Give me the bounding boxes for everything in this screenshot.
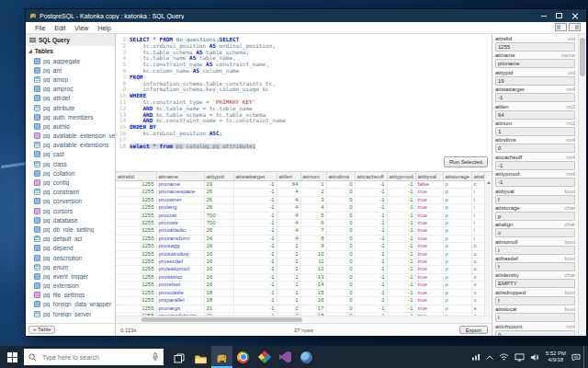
grid-cell[interactable]: p (443, 266, 471, 273)
grid-cell[interactable]: 1 (277, 266, 300, 273)
sidebar-item-sql-query[interactable]: SQL Query (26, 34, 115, 46)
grid-col-atttypid[interactable]: atttypid (204, 172, 233, 181)
grid-cell[interactable]: 26 (204, 196, 233, 203)
grid-cell[interactable]: proowner (156, 196, 204, 203)
grid-cell[interactable]: 18 (204, 289, 233, 296)
table-row[interactable]: 1255proiswindow16-11100-1-1truepctrue (116, 250, 492, 258)
grid-cell[interactable]: -1 (387, 189, 415, 196)
grid-cell[interactable]: p (443, 181, 471, 189)
grid-cell[interactable]: 6 (300, 220, 326, 227)
grid-cell[interactable]: 1 (277, 289, 300, 296)
field-value[interactable]: f (495, 296, 575, 305)
table-row[interactable]: 1255proretset16-11140-1-1truepctrue (116, 282, 492, 289)
grid-cell[interactable]: proleakproof (156, 266, 204, 273)
editor-line[interactable]: 14 AND kc.constraint_name = tc.constrain… (116, 118, 492, 124)
grid-cell[interactable]: proiswindow (156, 250, 204, 258)
grid-cell[interactable]: true (415, 282, 443, 289)
sidebar-item-pg_depend[interactable]: pg_depend (34, 244, 115, 253)
sidebar-item-pg_enum[interactable]: pg_enum (34, 262, 115, 271)
grid-cell[interactable]: true (415, 189, 443, 196)
grid-cell[interactable]: -1 (233, 235, 277, 242)
grid-cell[interactable]: 1255 (116, 273, 156, 281)
grid-cell[interactable]: prorows (156, 220, 204, 227)
sidebar-item-pg_foreign_data_wrapper[interactable]: pg_foreign_data_wrapper (34, 300, 115, 309)
grid-cell[interactable]: 1 (277, 273, 300, 281)
grid-cell[interactable]: p (443, 273, 471, 281)
field-value[interactable]: t (495, 313, 575, 322)
sql-editor[interactable]: 1SELECT * FROM do_questions;SELECT2 tc.o… (116, 34, 492, 149)
grid-cell[interactable]: 0 (326, 227, 355, 235)
grid-cell[interactable]: 1255 (116, 289, 156, 296)
grid-horizontal-scrollbar[interactable] (116, 316, 492, 323)
grid-cell[interactable]: -1 (233, 259, 277, 266)
grid-cell[interactable]: 1255 (116, 204, 156, 212)
grid-cell[interactable]: true (415, 196, 443, 203)
editor-line[interactable]: 6 kc.column_name AS column_name (116, 68, 492, 75)
grid-cell[interactable]: true (415, 259, 443, 266)
tables-group-header[interactable]: ◢ Tables (26, 46, 115, 56)
table-row[interactable]: 1255procost700-1450-1-1truepitrue (116, 212, 492, 219)
performance-icon[interactable] (471, 353, 481, 361)
grid-cell[interactable]: 0 (326, 259, 355, 266)
tables-expand-icon[interactable]: ◢ (28, 49, 32, 53)
volume-icon[interactable] (530, 353, 540, 362)
sidebar-item-pg_available_extension_ver[interactable]: pg_available_extension_ver (34, 132, 115, 141)
grid-cell[interactable]: proisstrict (156, 273, 204, 281)
grid-col-attname[interactable]: attname (156, 172, 204, 181)
grid-col-attlen[interactable]: attlen (277, 172, 300, 181)
grid-cell[interactable]: p (443, 227, 471, 235)
sidebar-item-pg_config[interactable]: pg_config (34, 178, 115, 187)
grid-cell[interactable]: -1 (355, 273, 387, 281)
field-value[interactable]: 0 (495, 144, 575, 153)
run-selected-button[interactable]: Run Selected (444, 156, 488, 167)
grid-cell[interactable]: -1 (387, 250, 415, 258)
grid-cell[interactable]: p (443, 204, 471, 212)
grid-cell[interactable]: -1 (233, 220, 277, 227)
sidebar-item-pg_cast[interactable]: pg_cast (34, 150, 115, 159)
grid-cell[interactable]: -1 (355, 305, 387, 312)
grid-cell[interactable]: -1 (387, 297, 415, 305)
editor-line[interactable]: 9 information_schema.key_column_usage kc (116, 86, 492, 93)
grid-cell[interactable]: -1 (387, 212, 415, 219)
editor-line[interactable]: 16 kc.ordinal_position ASC; (116, 131, 492, 137)
grid-cell[interactable]: -1 (233, 273, 277, 281)
menu-edit[interactable]: Edit (50, 25, 70, 31)
table-row[interactable]: 1255protransform24-1480-1-1truepitrue (116, 235, 492, 242)
grid-cell[interactable]: proparallel (156, 297, 204, 305)
caret-up-icon[interactable] (486, 355, 493, 360)
grid-cell[interactable]: -1 (355, 204, 387, 212)
grid-cell[interactable]: 0 (326, 266, 355, 273)
grid-cell[interactable]: p (443, 243, 471, 250)
action-center-icon[interactable] (571, 353, 581, 362)
field-value[interactable]: p (495, 212, 575, 221)
grid-cell[interactable]: true (415, 243, 443, 250)
grid-cell[interactable]: 8 (300, 235, 326, 242)
grid-cell[interactable]: p (443, 212, 471, 219)
sidebar-item-pg_attrdef[interactable]: pg_attrdef (34, 94, 115, 103)
grid-cell[interactable]: 7 (300, 227, 326, 235)
sidebar-item-pg_event_trigger[interactable]: pg_event_trigger (34, 271, 115, 281)
grid-cell[interactable]: 0 (326, 273, 355, 281)
grid-col-attbyval[interactable]: attbyval (415, 172, 443, 181)
export-button[interactable]: Export (459, 326, 488, 334)
grid-cell[interactable]: 1255 (116, 235, 156, 242)
field-value[interactable]: c (495, 228, 575, 237)
grid-cell[interactable]: p (443, 235, 471, 242)
grid-cell[interactable]: 1255 (116, 220, 156, 227)
grid-cell[interactable]: 21 (204, 305, 233, 312)
grid-cell[interactable]: p (443, 250, 471, 258)
sidebar-item-pg_amop[interactable]: pg_amop (34, 75, 115, 84)
grid-cell[interactable]: 700 (204, 212, 233, 219)
table-row[interactable]: 1255pronargs21-12170-1-1truepstrue (116, 305, 492, 312)
grid-cell[interactable]: -1 (355, 282, 387, 289)
grid-cell[interactable]: 15 (300, 289, 326, 296)
grid-cell[interactable]: 0 (326, 297, 355, 305)
grid-cell[interactable]: -1 (355, 259, 387, 266)
menu-file[interactable]: File (30, 25, 50, 31)
grid-cell[interactable]: proretset (156, 282, 204, 289)
grid-cell[interactable]: procost (156, 212, 204, 219)
grid-cell[interactable]: 1255 (116, 181, 156, 189)
grid-cell[interactable]: true (415, 273, 443, 281)
sidebar-item-pg_collation[interactable]: pg_collation (34, 168, 115, 178)
grid-cell[interactable]: 4 (277, 204, 300, 212)
